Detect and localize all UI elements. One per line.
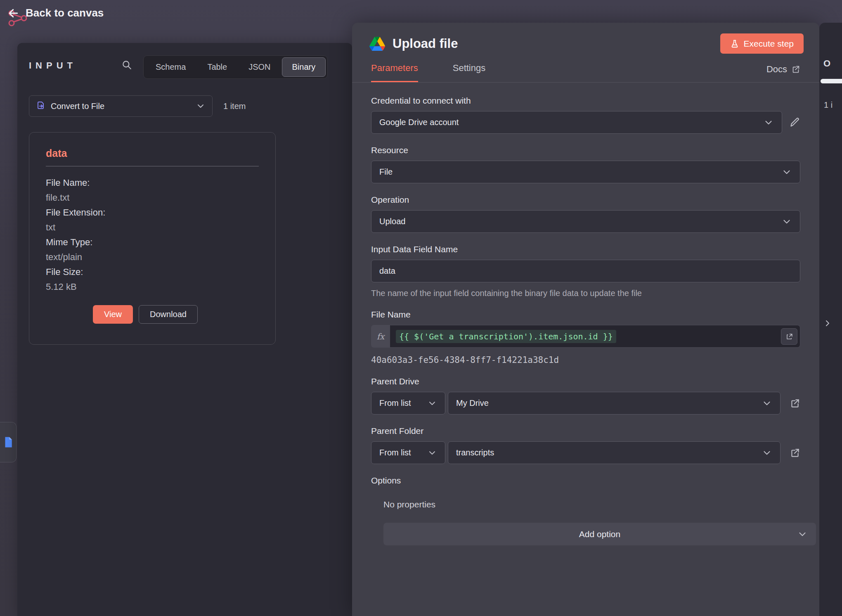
fx-badge[interactable]: fx	[371, 325, 390, 348]
binary-field-label: File Extension:	[46, 205, 259, 220]
parent-drive-mode-value: From list	[379, 398, 411, 408]
parent-folder-row: From list transcripts	[371, 441, 800, 464]
binary-field-row: File Name: file.txt	[46, 175, 259, 205]
tab-settings[interactable]: Settings	[453, 63, 486, 82]
canvas-node-partial[interactable]	[0, 422, 17, 462]
input-data-field-input[interactable]	[371, 260, 800, 282]
node-detail-view: Upload file Execute step Parameters Sett…	[352, 23, 819, 616]
resource-select[interactable]: File	[371, 161, 800, 183]
input-item-count: 1 item	[223, 102, 246, 111]
binary-field-row: Mime Type: text/plain	[46, 235, 259, 265]
chevron-down-icon	[762, 448, 772, 458]
input-data-field-label: Input Data Field Name	[371, 244, 800, 254]
parent-drive-value: My Drive	[456, 398, 489, 408]
binary-key: data	[46, 147, 259, 159]
operation-select[interactable]: Upload	[371, 210, 800, 233]
operation-value: Upload	[379, 217, 405, 226]
node-title: Upload file	[393, 36, 458, 51]
add-option-label: Add option	[579, 529, 620, 539]
add-option-button[interactable]: Add option	[383, 523, 816, 545]
parent-drive-row: From list My Drive	[371, 392, 800, 415]
input-source-row: Convert to File 1 item	[29, 95, 246, 117]
view-button[interactable]: View	[93, 305, 133, 324]
binary-field-value: txt	[46, 220, 259, 235]
parameters-form: Credential to connect with Google Drive …	[352, 83, 819, 545]
tab-json[interactable]: JSON	[238, 57, 281, 77]
parent-folder-mode-value: From list	[379, 448, 411, 457]
output-panel-partial: O 1 i	[819, 23, 842, 616]
parent-drive-mode-select[interactable]: From list	[371, 392, 445, 415]
chevron-down-icon	[762, 398, 772, 409]
divider	[46, 166, 259, 166]
input-source-select[interactable]: Convert to File	[29, 95, 213, 117]
execute-step-label: Execute step	[744, 39, 794, 49]
download-button[interactable]: Download	[139, 305, 198, 324]
chevron-down-icon	[427, 448, 437, 458]
binary-field-row: File Size: 5.12 kB	[46, 265, 259, 294]
binary-data-card: data File Name: file.txt File Extension:…	[29, 132, 276, 345]
binary-actions: View Download	[93, 305, 259, 324]
convert-to-file-icon	[36, 101, 46, 111]
chevron-down-icon	[781, 216, 792, 227]
external-link-icon	[791, 65, 800, 74]
parent-folder-select[interactable]: transcripts	[448, 441, 781, 464]
execute-step-button[interactable]: Execute step	[720, 33, 804, 54]
binary-field-label: File Name:	[46, 175, 259, 190]
parent-folder-label: Parent Folder	[371, 426, 800, 436]
parent-drive-select[interactable]: My Drive	[448, 392, 781, 415]
tab-binary[interactable]: Binary	[282, 57, 326, 77]
file-name-expression-field[interactable]: {{ $('Get a transcription').item.json.id…	[390, 325, 800, 348]
chevron-down-icon	[196, 101, 206, 111]
binary-field-value: text/plain	[46, 250, 259, 265]
expression-code: {{ $('Get a transcription').item.json.id…	[396, 330, 616, 343]
input-panel: INPUT Schema Table JSON Binary Convert t…	[17, 43, 352, 616]
file-name-label: File Name	[371, 310, 800, 320]
input-source-value: Convert to File	[51, 102, 104, 111]
ndv-header: Upload file Execute step	[352, 23, 819, 54]
credential-select[interactable]: Google Drive account	[371, 111, 782, 134]
open-drive-external-icon[interactable]	[790, 398, 800, 409]
tab-table[interactable]: Table	[197, 57, 237, 77]
options-empty-text: No properties	[383, 500, 800, 509]
credential-value: Google Drive account	[379, 118, 459, 127]
binary-field-label: File Size:	[46, 265, 259, 280]
output-panel-title: O	[823, 58, 835, 69]
chevron-down-icon	[781, 167, 792, 178]
input-view-tabs: Schema Table JSON Binary	[143, 55, 328, 79]
tab-parameters[interactable]: Parameters	[371, 63, 418, 82]
resource-label: Resource	[371, 145, 800, 155]
credential-label: Credential to connect with	[371, 96, 800, 106]
parent-drive-label: Parent Drive	[371, 377, 800, 386]
ndv-tabs: Parameters Settings Docs	[352, 54, 819, 83]
resource-value: File	[379, 167, 393, 177]
chevron-down-icon	[427, 398, 437, 408]
chevron-down-icon	[797, 529, 808, 540]
open-expression-editor-button[interactable]	[781, 328, 797, 345]
tab-schema[interactable]: Schema	[145, 57, 196, 77]
open-folder-external-icon[interactable]	[790, 448, 800, 458]
chevron-right-icon[interactable]	[823, 318, 833, 328]
chevron-down-icon	[763, 117, 774, 128]
search-icon[interactable]	[121, 59, 132, 70]
input-data-field-hint: The name of the input field containing t…	[371, 289, 800, 298]
binary-field-row: File Extension: txt	[46, 205, 259, 235]
binary-field-value: 5.12 kB	[46, 280, 259, 294]
docs-link[interactable]: Docs	[766, 64, 800, 82]
output-item-count: 1 i	[824, 100, 833, 110]
operation-label: Operation	[371, 195, 800, 205]
topbar: Back to canvas	[7, 7, 104, 19]
expression-result: 40a603a3-fe56-4384-8ff7-f14221a38c1d	[371, 355, 800, 365]
credential-row: Google Drive account	[371, 111, 800, 134]
back-to-canvas-link[interactable]: Back to canvas	[26, 7, 104, 19]
input-panel-title: INPUT	[29, 60, 77, 71]
google-drive-icon	[369, 37, 385, 51]
back-arrow-icon[interactable]	[7, 7, 20, 19]
panel-resize-handle[interactable]	[821, 79, 842, 83]
open-expression-editor-icon	[785, 333, 793, 341]
flask-icon	[730, 39, 739, 48]
edit-credential-icon[interactable]	[789, 117, 800, 128]
parent-folder-mode-select[interactable]: From list	[371, 441, 445, 464]
file-name-expression-row: fx {{ $('Get a transcription').item.json…	[371, 325, 800, 348]
docs-label: Docs	[766, 64, 787, 75]
options-label: Options	[371, 476, 800, 486]
